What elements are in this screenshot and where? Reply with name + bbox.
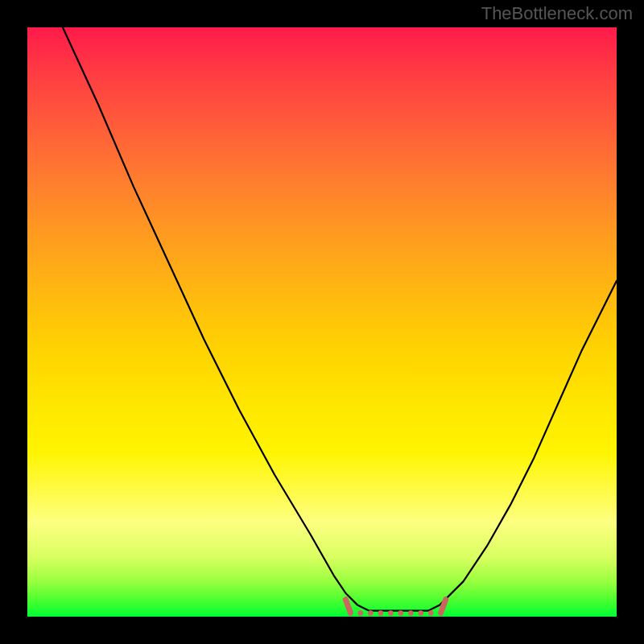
main-curve-path bbox=[63, 27, 617, 611]
svg-point-1 bbox=[357, 610, 363, 616]
svg-point-4 bbox=[388, 610, 394, 616]
chart-plot-area bbox=[27, 27, 617, 617]
svg-point-2 bbox=[368, 610, 374, 616]
svg-point-3 bbox=[378, 610, 383, 616]
chart-svg bbox=[27, 27, 617, 617]
svg-point-9 bbox=[438, 610, 444, 616]
svg-point-0 bbox=[348, 610, 353, 616]
watermark-text: TheBottleneck.com bbox=[481, 3, 633, 24]
svg-point-5 bbox=[398, 610, 403, 616]
svg-point-7 bbox=[418, 610, 423, 616]
bottleneck-curve bbox=[63, 27, 617, 611]
svg-point-6 bbox=[408, 610, 414, 616]
valley-flat-marker bbox=[345, 600, 445, 616]
svg-point-8 bbox=[428, 610, 434, 616]
